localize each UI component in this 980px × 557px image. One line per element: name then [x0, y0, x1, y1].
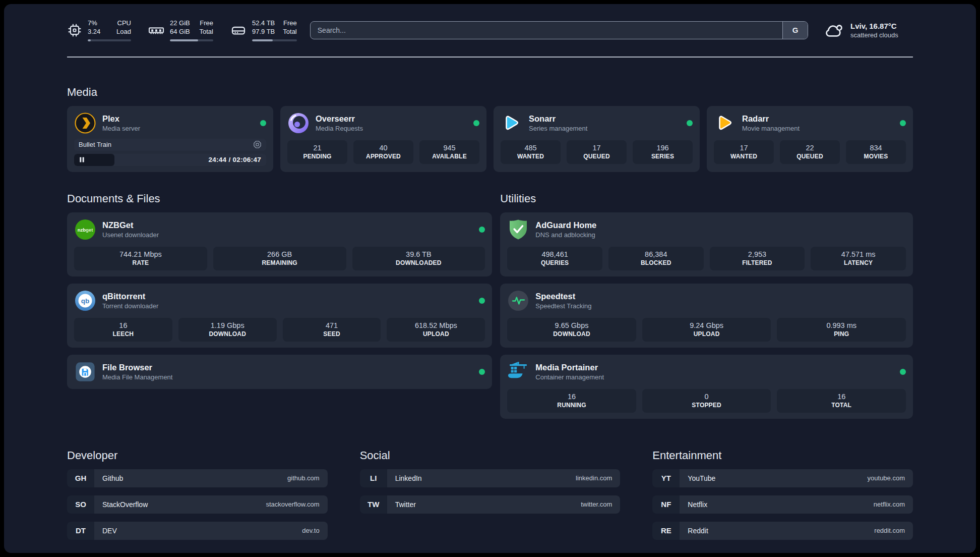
radarr-icon — [714, 112, 736, 134]
stat-value: 86,384 — [610, 250, 702, 258]
bookmark-twitter[interactable]: TWTwittertwitter.com — [360, 495, 621, 514]
app-card-speedtest[interactable]: SpeedtestSpeedtest Tracking9.65 GbpsDOWN… — [500, 284, 913, 348]
search-input[interactable] — [310, 21, 808, 39]
bookmark-group-entertainment: EntertainmentYTYouTubeyoutube.comNFNetfl… — [652, 449, 913, 548]
search-provider-button[interactable]: G — [782, 22, 808, 39]
bookmark-url: reddit.com — [874, 527, 905, 534]
stat-remaining: 266 GBREMAINING — [213, 247, 346, 270]
bookmark-github[interactable]: GHGithubgithub.com — [67, 469, 328, 487]
stat-value: 64 GiB — [170, 28, 190, 36]
bookmark-youtube[interactable]: YTYouTubeyoutube.com — [652, 469, 913, 487]
stat-label: WANTED — [716, 153, 772, 160]
stat-value: 1.19 Gbps — [180, 321, 275, 329]
media-grid: PlexMedia serverBullet Train24:44 / 02:0… — [67, 106, 913, 172]
bookmark-group-developer: DeveloperGHGithubgithub.comSOStackOverfl… — [67, 449, 328, 548]
app-card-portainer[interactable]: Media PortainerContainer management16RUN… — [500, 355, 913, 419]
now-playing-title: Bullet Train — [79, 141, 111, 148]
usage-bar — [88, 39, 131, 41]
now-playing-icon — [253, 140, 262, 149]
bookmark-name: YouTube — [688, 474, 715, 482]
app-titles: PlexMedia server — [102, 114, 140, 132]
stat-series: 196SERIES — [633, 140, 693, 164]
weather-text: Lviv, 16.87°C scattered clouds — [850, 22, 898, 39]
status-dot — [260, 120, 266, 126]
card-head: SonarrSeries management — [501, 112, 693, 134]
bookmark-stackoverflow[interactable]: SOStackOverflowstackoverflow.com — [67, 495, 328, 514]
pause-button[interactable] — [79, 156, 85, 163]
bookmark-abbr: NF — [652, 495, 680, 514]
header-divider — [67, 57, 913, 58]
stats-row: 16RUNNING0STOPPED16TOTAL — [507, 389, 906, 413]
playback-time: 24:44 / 02:06:47 — [208, 156, 266, 163]
stat-label: PING — [779, 330, 904, 338]
playback-progress-bar[interactable]: 24:44 / 02:06:47 — [74, 154, 266, 166]
bookmark-group-social: SocialLILinkedInlinkedin.comTWTwittertwi… — [360, 449, 621, 548]
now-playing-row: Bullet Train — [74, 139, 266, 151]
card-head: nzbgetNZBGetUsenet downloader — [74, 218, 485, 241]
filebrowser-icon — [74, 361, 96, 383]
stat-value: 3.24 — [88, 28, 100, 36]
card-head: AdGuard HomeDNS and adblocking — [507, 218, 906, 241]
stat-value: 16 — [509, 393, 634, 401]
bookmark-linkedin[interactable]: LILinkedInlinkedin.com — [360, 469, 621, 487]
bookmark-abbr: LI — [360, 469, 387, 487]
bookmark-body: Twittertwitter.com — [387, 495, 621, 514]
weather-condition: scattered clouds — [850, 31, 898, 39]
app-card-adguard[interactable]: AdGuard HomeDNS and adblocking498,461QUE… — [500, 212, 913, 276]
system-stat-2: 52.4 TB97.9 TBFreeTotal — [230, 19, 297, 41]
stat-value: 16 — [76, 321, 170, 329]
disk-icon — [230, 22, 247, 38]
app-titles: SpeedtestSpeedtest Tracking — [535, 292, 591, 310]
app-subtitle: Container management — [535, 373, 604, 381]
app-card-radarr[interactable]: RadarrMovie management17WANTED22QUEUED83… — [707, 106, 913, 172]
section-utilities: UtilitiesAdGuard HomeDNS and adblocking4… — [500, 192, 913, 419]
app-title: Sonarr — [529, 114, 587, 124]
app-card-filebrowser[interactable]: File BrowserMedia File Management — [67, 355, 492, 389]
speedtest-icon — [507, 290, 529, 312]
stat-label: WANTED — [503, 153, 559, 160]
bookmark-reddit[interactable]: RERedditreddit.com — [652, 522, 913, 540]
stat-label: DOWNLOAD — [180, 330, 275, 338]
card-head: RadarrMovie management — [714, 112, 906, 134]
app-card-nzbget[interactable]: nzbgetNZBGetUsenet downloader744.21 Mbps… — [67, 212, 492, 276]
app-card-qbittorrent[interactable]: qbqBittorrentTorrent downloader16LEECH1.… — [67, 284, 492, 348]
bookmark-abbr: YT — [652, 469, 680, 487]
bookmark-body: DEVdev.to — [94, 522, 328, 540]
cpu-icon — [67, 23, 82, 38]
app-card-overseerr[interactable]: OverseerrMedia Requests21PENDING40APPROV… — [280, 106, 486, 172]
stat-label: PENDING — [289, 153, 345, 160]
stat-value: 9.24 Gbps — [644, 321, 769, 329]
stat-label: Load — [116, 28, 131, 36]
app-titles: qBittorrentTorrent downloader — [102, 292, 158, 310]
usage-bar — [170, 39, 213, 41]
section-title-documents: Documents & Files — [67, 192, 492, 205]
stat-leech: 16LEECH — [74, 318, 172, 342]
stats-row: 9.65 GbpsDOWNLOAD9.24 GbpsUPLOAD0.993 ms… — [507, 318, 906, 342]
bookmark-body: Githubgithub.com — [94, 469, 328, 487]
topbar: 7%3.24CPULoad22 GiB64 GiBFreeTotal52.4 T… — [67, 4, 913, 41]
card-head: Media PortainerContainer management — [507, 361, 906, 383]
bookmark-url: linkedin.com — [576, 474, 612, 482]
bookmark-dev[interactable]: DTDEVdev.to — [67, 522, 328, 540]
system-stat-0: 7%3.24CPULoad — [67, 19, 131, 41]
app-title: qBittorrent — [102, 292, 158, 301]
stat-value: 17 — [569, 144, 625, 152]
app-card-plex[interactable]: PlexMedia serverBullet Train24:44 / 02:0… — [67, 106, 273, 172]
section-title-developer: Developer — [67, 449, 328, 462]
bookmark-netflix[interactable]: NFNetflixnetflix.com — [652, 495, 913, 514]
stats-row: 498,461QUERIES86,384BLOCKED2,953FILTERED… — [507, 247, 906, 270]
stat-value: 97.9 TB — [252, 28, 275, 36]
app-subtitle: Series management — [529, 125, 587, 132]
stat-label: TOTAL — [779, 402, 904, 409]
bookmark-name: Netflix — [688, 500, 707, 509]
app-titles: File BrowserMedia File Management — [102, 363, 172, 381]
section-documents: Documents & FilesnzbgetNZBGetUsenet down… — [67, 192, 492, 419]
stat-label: RUNNING — [509, 402, 634, 409]
bookmark-name: Github — [102, 474, 123, 482]
stat-ping: 0.993 msPING — [777, 318, 906, 342]
bookmark-url: stackoverflow.com — [266, 500, 319, 508]
app-subtitle: DNS and adblocking — [535, 231, 596, 239]
app-subtitle: Media File Management — [102, 373, 172, 381]
stat-label: AVAILABLE — [421, 153, 477, 160]
app-card-sonarr[interactable]: SonarrSeries management485WANTED17QUEUED… — [494, 106, 700, 172]
